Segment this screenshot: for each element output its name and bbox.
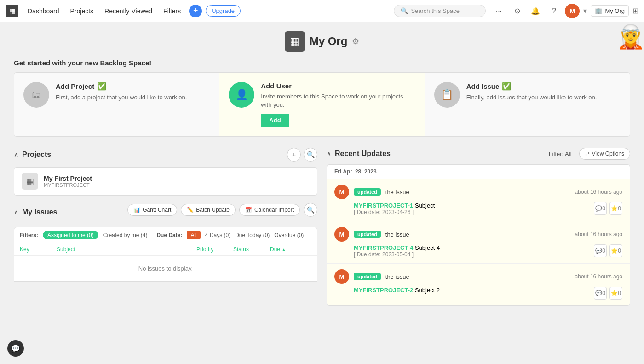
update-badge-3: updated — [354, 273, 381, 280]
update-item-2: M updated the issue about 16 hours ago M… — [327, 221, 630, 263]
view-options-label: View Options — [592, 150, 624, 157]
star-button-2[interactable]: ⭐ 0 — [610, 244, 622, 257]
main-content: ▦ My Org ⚙ Get started with your new Bac… — [0, 22, 644, 315]
gs-project-check: ✅ — [97, 82, 106, 91]
update-link-3[interactable]: MYFIRSTPROJECT-2 — [354, 287, 413, 294]
gs-add-user-button[interactable]: Add — [261, 114, 289, 127]
update-link-2[interactable]: MYFIRSTPROJECT-4 — [354, 244, 413, 251]
col-priority-header[interactable]: Priority — [196, 246, 233, 253]
gs-user-icon: 👤 — [229, 82, 254, 108]
logo-icon: ▦ — [9, 7, 15, 15]
update-link-1[interactable]: MYFIRSTPROJECT-1 — [354, 202, 413, 209]
created-by-me-filter[interactable]: Created by me (4) — [103, 232, 148, 238]
view-icon-button[interactable]: ⊙ — [510, 4, 524, 18]
issues-toolbar: 📊 Gantt Chart ✏️ Batch Update 📅 Calendar… — [127, 203, 317, 217]
update-details-3: MYFIRSTPROJECT-2 Subject 2 — [354, 287, 440, 294]
assigned-to-me-filter[interactable]: Assigned to me (0) — [43, 231, 98, 239]
issues-search-button[interactable]: 🔍 — [304, 203, 317, 217]
comment-button-2[interactable]: 💬 0 — [594, 244, 607, 257]
search-bar[interactable]: 🔍 Search this Space — [394, 5, 486, 17]
avatar-chevron[interactable]: ▾ — [583, 6, 587, 15]
update-row-2: M updated the issue about 16 hours ago — [334, 227, 622, 242]
col-subject-header[interactable]: Subject — [57, 246, 196, 253]
update-meta-2: [ Due date: 2023-05-04 ] — [354, 251, 440, 258]
due-4days-filter[interactable]: 4 Days (0) — [205, 232, 230, 238]
due-date-label: Due Date: — [156, 232, 182, 238]
search-icon: 🔍 — [401, 7, 408, 14]
issues-table: Key Subject Priority Status Due ▲ No iss… — [14, 243, 317, 282]
nav-projects[interactable]: Projects — [66, 5, 98, 17]
updates-title: Recent Updates — [335, 150, 391, 158]
project-card[interactable]: ▦ My First Project MYFIRSTPROJECT — [14, 167, 317, 196]
update-avatar-1: M — [334, 185, 349, 199]
gs-project-icon: 🗂 — [23, 82, 49, 108]
grid-icon[interactable]: ⊞ — [632, 6, 638, 15]
batch-update-button[interactable]: ✏️ Batch Update — [181, 204, 236, 216]
gs-issue-desc: Finally, add issues that you would like … — [466, 93, 621, 102]
update-details-1: MYFIRSTPROJECT-1 Subject [ Due date: 202… — [354, 202, 435, 215]
due-overdue-filter[interactable]: Overdue (0) — [274, 232, 304, 238]
gs-user-title: Add User — [261, 82, 415, 90]
col-status-header[interactable]: Status — [233, 246, 270, 253]
sort-icon: ▲ — [282, 247, 286, 252]
update-item-1: M updated the issue about 16 hours ago M… — [327, 179, 630, 221]
upgrade-button[interactable]: Upgrade — [206, 5, 241, 17]
topnav: ▦ Dashboard Projects Recently Viewed Fil… — [0, 0, 644, 22]
user-avatar[interactable]: M — [565, 4, 580, 18]
gs-issue-content: Add Issue ✅ Finally, add issues that you… — [466, 82, 621, 106]
org-switcher[interactable]: 🏢 My Org — [591, 5, 629, 17]
org-icon-large: ▦ — [285, 31, 305, 52]
filter-all-label[interactable]: Filter: All — [549, 150, 572, 157]
logo[interactable]: ▦ — [6, 5, 18, 17]
project-key: MYFIRSTPROJECT — [44, 182, 92, 188]
issues-title: My Issues — [22, 208, 57, 216]
updates-toggle[interactable]: ∧ — [327, 150, 331, 157]
updates-header: ∧ Recent Updates Filter: All ⇄ View Opti… — [327, 148, 630, 160]
notifications-button[interactable]: 🔔 — [528, 4, 543, 18]
updates-container: Fri Apr. 28, 2023 M updated the issue ab… — [327, 164, 630, 306]
update-action-1: the issue — [385, 189, 409, 196]
comment-button-3[interactable]: 💬 0 — [594, 287, 607, 300]
update-time-2: about 16 hours ago — [575, 231, 622, 237]
nav-dashboard[interactable]: Dashboard — [23, 5, 64, 17]
projects-search-button[interactable]: 🔍 — [304, 148, 317, 162]
add-button[interactable]: + — [189, 5, 202, 17]
filter-label: Filters: — [20, 232, 38, 238]
due-all-filter[interactable]: All — [187, 231, 200, 239]
view-options-icon: ⇄ — [585, 150, 590, 157]
star-button-1[interactable]: ⭐ 0 — [610, 202, 622, 215]
nav-filters[interactable]: Filters — [159, 5, 185, 17]
gantt-chart-button[interactable]: 📊 Gantt Chart — [127, 204, 177, 216]
more-button[interactable]: ··· — [491, 4, 506, 18]
help-button[interactable]: ? — [546, 4, 561, 18]
projects-toggle[interactable]: ∧ — [14, 151, 18, 158]
update-time-3: about 16 hours ago — [575, 273, 622, 280]
gs-project-desc: First, add a project that you would like… — [56, 93, 210, 102]
project-info: My First Project MYFIRSTPROJECT — [44, 175, 92, 188]
gs-issue-icon: 📋 — [434, 82, 460, 108]
chat-bubble-button[interactable]: 💬 — [7, 340, 24, 357]
nav-recently-viewed[interactable]: Recently Viewed — [100, 5, 157, 17]
projects-title: Projects — [22, 150, 51, 159]
org-settings-icon[interactable]: ⚙ — [352, 36, 359, 46]
org-icon: 🏢 — [595, 7, 602, 14]
comment-button-1[interactable]: 💬 0 — [594, 202, 607, 215]
view-options-button[interactable]: ⇄ View Options — [579, 148, 630, 160]
gantt-label: Gantt Chart — [143, 207, 171, 213]
update-actions-1: 💬 0 ⭐ 0 — [594, 202, 622, 215]
issues-toggle[interactable]: ∧ — [14, 208, 18, 216]
gs-project-content: Add Project ✅ First, add a project that … — [56, 82, 210, 106]
update-actions-3: 💬 0 ⭐ 0 — [594, 287, 622, 300]
star-button-3[interactable]: ⭐ 0 — [610, 287, 622, 300]
right-column: ∧ Recent Updates Filter: All ⇄ View Opti… — [327, 148, 630, 306]
due-today-filter[interactable]: Due Today (0) — [235, 232, 270, 238]
gs-project-title: Add Project ✅ — [56, 82, 210, 91]
org-label: My Org — [605, 7, 625, 14]
projects-actions: + 🔍 — [287, 148, 317, 162]
col-key-header[interactable]: Key — [20, 246, 57, 253]
left-column: ∧ Projects + 🔍 ▦ My First Project MYFIRS… — [14, 148, 317, 306]
gs-card-issue: 📋 Add Issue ✅ Finally, add issues that y… — [425, 73, 630, 136]
calendar-import-button[interactable]: 📅 Calendar Import — [239, 204, 300, 216]
projects-add-button[interactable]: + — [287, 148, 301, 162]
col-due-header[interactable]: Due ▲ — [270, 246, 311, 253]
